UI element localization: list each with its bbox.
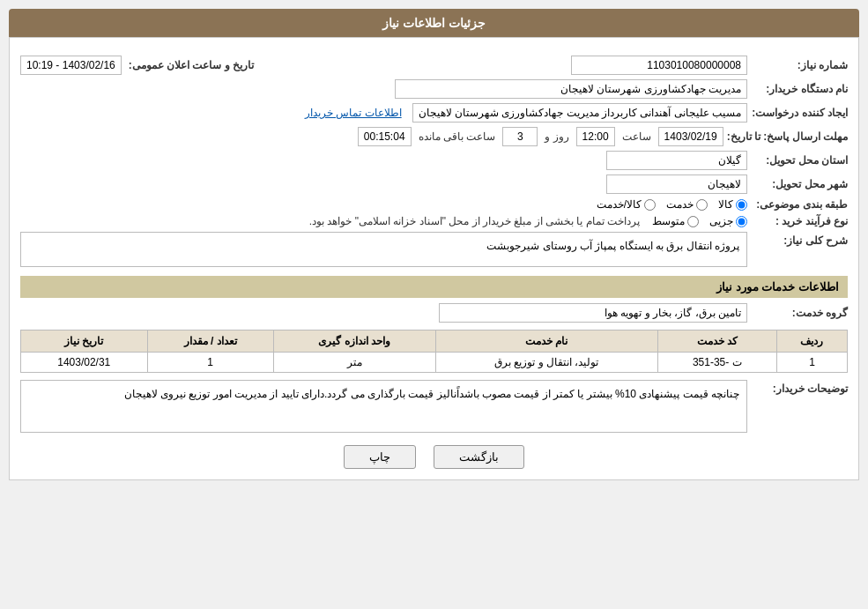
saat-label: ساعت [622, 130, 651, 143]
row-gorohe-khedmat: گروه خدمت: تامین برق، گاز، بخار و تهویه … [20, 303, 848, 323]
cell-tedad: 1 [147, 353, 273, 373]
shahr-label: شهر محل تحویل: [751, 178, 848, 190]
noe-motavaset-option[interactable]: متوسط [652, 215, 699, 227]
tabaqe-radiogroup: کالا/خدمت خدمت کالا [597, 198, 747, 211]
mohlat-label: مهلت ارسال پاسخ: تا تاریخ: [727, 130, 848, 143]
bazgasht-button[interactable]: بازگشت [434, 445, 524, 469]
noe-jozvi-option[interactable]: جزیی [709, 215, 747, 227]
etelaat-tamas-link[interactable]: اطلاعات تماس خریدار [305, 107, 402, 119]
tarikh-value: 1403/02/19 [658, 127, 723, 146]
col-tarikh: تاریخ نیاز [21, 330, 148, 353]
tozihat-value: چنانچه قیمت پیشنهادی 10% بیشتر یا کمتر ا… [20, 380, 747, 433]
roz-label: روز و [545, 130, 568, 143]
col-tedad: تعداد / مقدار [147, 330, 273, 353]
noe-text: پرداخت تمام یا بخشی از مبلغ خریدار از مح… [309, 215, 640, 227]
row-noe-farayand: نوع فرآیند خرید : متوسط جزیی پرداخت تمام… [20, 215, 848, 227]
gorohe-khedmat-value: تامین برق، گاز، بخار و تهویه هوا [439, 303, 747, 323]
noe-farayand-label: نوع فرآیند خرید : [751, 215, 848, 227]
cell-tarikh: 1403/02/31 [21, 353, 148, 373]
ejad-value: مسیب علیجانی آهندانی کاربرداز مدیریت جها… [412, 103, 747, 123]
col-vahed: واحد اندازه گیری [273, 330, 435, 353]
sharh-label: شرح کلی نیاز: [751, 232, 848, 247]
saat-mande-value: 00:15:04 [358, 127, 412, 146]
noe-jozvi-label: جزیی [709, 215, 733, 227]
row-sharh: شرح کلی نیاز: پروژه انتقال برق به ایستگا… [20, 232, 848, 267]
tarikh-elan-value: 1403/02/16 - 10:19 [20, 56, 122, 75]
main-container: شماره نیاز: 1103010080000008 تاریخ و ساع… [9, 37, 859, 480]
saat-mande-label: ساعت باقی مانده [419, 130, 496, 143]
cell-kod: ت -35-351 [657, 353, 776, 373]
section-khedmat-title: اطلاعات خدمات مورد نیاز [20, 276, 848, 298]
row-shahr: شهر محل تحویل: لاهیجان [20, 175, 848, 194]
cell-radif: 1 [776, 353, 847, 373]
page-wrapper: جزئیات اطلاعات نیاز شماره نیاز: 11030100… [0, 0, 868, 609]
col-nam: نام خدمت [435, 330, 657, 353]
row-shomare: شماره نیاز: 1103010080000008 تاریخ و ساع… [20, 56, 848, 75]
tabaqe-kala-khedmat-radio[interactable] [644, 199, 656, 211]
nam-dastgah-value: مدیریت جهادکشاورزی شهرستان لاهیجان [395, 79, 747, 99]
shomare-niaz-value: 1103010080000008 [571, 56, 747, 75]
tabaqe-kala-label: کالا [718, 198, 733, 211]
tabaqe-kala-radio[interactable] [736, 199, 747, 211]
tarikh-elan-label: تاریخ و ساعت اعلان عمومی: [129, 59, 254, 71]
tabaqe-khedmat-option[interactable]: خدمت [666, 198, 708, 211]
ejad-label: ایجاد کننده درخواست: [751, 107, 848, 119]
tabaqe-kala-khedmat-label: کالا/خدمت [597, 198, 642, 211]
shomare-niaz-label: شماره نیاز: [751, 59, 848, 71]
tozihat-label: توضیحات خریدار: [751, 380, 848, 395]
bottom-buttons: بازگشت چاپ [20, 445, 848, 469]
tabaqe-khedmat-radio[interactable] [696, 199, 708, 211]
noe-motavaset-radio[interactable] [687, 216, 699, 227]
cell-nam: تولید، انتقال و توزیع برق [435, 353, 657, 373]
tabaqe-kala-option[interactable]: کالا [718, 198, 747, 211]
cell-vahed: متر [273, 353, 435, 373]
page-header: جزئیات اطلاعات نیاز [9, 9, 859, 37]
roz-value: 3 [502, 127, 538, 146]
col-kod: کد خدمت [657, 330, 776, 353]
row-tozihat: توضیحات خریدار: چنانچه قیمت پیشنهادی 10%… [20, 380, 848, 433]
table-row: 1ت -35-351تولید، انتقال و توزیع برقمتر11… [21, 353, 848, 373]
saat-value: 12:00 [576, 127, 615, 146]
sharh-value: پروژه انتقال برق به ایستگاه پمپاژ آب روس… [20, 232, 747, 267]
services-table: ردیف کد خدمت نام خدمت واحد اندازه گیری ت… [20, 330, 848, 373]
row-ejad: ایجاد کننده درخواست: مسیب علیجانی آهندان… [20, 103, 848, 123]
noe-motavaset-label: متوسط [652, 215, 685, 227]
tabaqe-khedmat-label: خدمت [666, 198, 694, 211]
gorohe-khedmat-label: گروه خدمت: [751, 307, 848, 319]
ostan-label: استان محل تحویل: [751, 154, 848, 167]
col-radif: ردیف [776, 330, 847, 353]
tabaqe-kala-khedmat-option[interactable]: کالا/خدمت [597, 198, 656, 211]
noe-radiogroup: متوسط جزیی [652, 215, 747, 227]
chap-button[interactable]: چاپ [344, 445, 416, 469]
page-title: جزئیات اطلاعات نیاز [382, 16, 486, 30]
row-nam-dastgah: نام دستگاه خریدار: مدیریت جهادکشاورزی شه… [20, 79, 848, 99]
row-mohlat: مهلت ارسال پاسخ: تا تاریخ: 1403/02/19 سا… [20, 127, 848, 146]
ostan-value: گیلان [606, 151, 747, 170]
nam-dastgah-label: نام دستگاه خریدار: [751, 83, 848, 95]
tabaqe-label: طبقه بندی موضوعی: [751, 198, 848, 211]
row-tabaqe: طبقه بندی موضوعی: کالا/خدمت خدمت کالا [20, 198, 848, 211]
row-ostan: استان محل تحویل: گیلان [20, 151, 848, 170]
shahr-value: لاهیجان [606, 175, 747, 194]
noe-jozvi-radio[interactable] [736, 216, 747, 227]
